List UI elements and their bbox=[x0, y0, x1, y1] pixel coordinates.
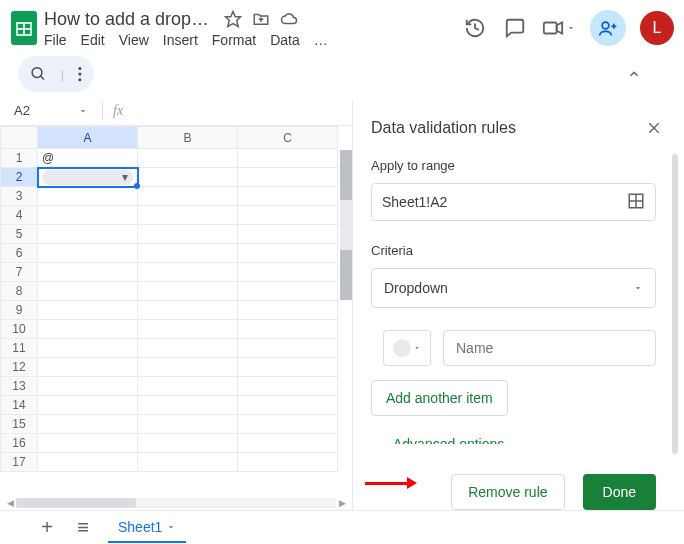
row-header[interactable]: 6 bbox=[1, 244, 38, 263]
row-header[interactable]: 1 bbox=[1, 149, 38, 168]
doc-title[interactable]: How to add a dropdow... bbox=[44, 9, 214, 30]
dropdown-chip[interactable]: ▾ bbox=[42, 170, 133, 185]
option-name-input[interactable] bbox=[443, 330, 656, 366]
row-header[interactable]: 7 bbox=[1, 263, 38, 282]
cell[interactable] bbox=[138, 263, 238, 282]
remove-rule-button[interactable]: Remove rule bbox=[451, 474, 564, 510]
menu-more[interactable]: … bbox=[314, 32, 328, 48]
comments-icon[interactable] bbox=[502, 15, 528, 41]
cell[interactable] bbox=[238, 339, 338, 358]
criteria-select[interactable]: Dropdown bbox=[371, 268, 656, 308]
cloud-icon[interactable] bbox=[280, 10, 298, 28]
menu-edit[interactable]: Edit bbox=[81, 32, 105, 48]
col-header-b[interactable]: B bbox=[138, 127, 238, 149]
cell[interactable] bbox=[38, 320, 138, 339]
cell[interactable] bbox=[238, 434, 338, 453]
row-header[interactable]: 5 bbox=[1, 225, 38, 244]
cell[interactable] bbox=[238, 377, 338, 396]
cell[interactable] bbox=[38, 358, 138, 377]
cell[interactable] bbox=[138, 225, 238, 244]
col-header-a[interactable]: A bbox=[38, 127, 138, 149]
cell[interactable] bbox=[138, 434, 238, 453]
menu-format[interactable]: Format bbox=[212, 32, 256, 48]
cell[interactable] bbox=[38, 187, 138, 206]
cell[interactable] bbox=[138, 339, 238, 358]
cell[interactable] bbox=[138, 206, 238, 225]
share-button[interactable] bbox=[590, 10, 626, 46]
history-icon[interactable] bbox=[462, 15, 488, 41]
cell[interactable] bbox=[238, 168, 338, 187]
cell[interactable] bbox=[238, 301, 338, 320]
row-header[interactable]: 16 bbox=[1, 434, 38, 453]
row-header[interactable]: 15 bbox=[1, 415, 38, 434]
col-header-c[interactable]: C bbox=[238, 127, 338, 149]
menu-file[interactable]: File bbox=[44, 32, 67, 48]
move-icon[interactable] bbox=[252, 10, 270, 28]
grid-select-icon[interactable] bbox=[627, 192, 645, 213]
cell-a2-selected[interactable]: ▾ bbox=[38, 168, 138, 187]
cell[interactable] bbox=[238, 225, 338, 244]
cell[interactable] bbox=[138, 453, 238, 472]
cell[interactable] bbox=[238, 320, 338, 339]
add-sheet-button[interactable]: + bbox=[36, 516, 58, 539]
cell[interactable] bbox=[138, 320, 238, 339]
cell[interactable] bbox=[38, 377, 138, 396]
cell[interactable] bbox=[238, 263, 338, 282]
cell[interactable] bbox=[138, 377, 238, 396]
row-header[interactable]: 2 bbox=[1, 168, 38, 187]
sheet-tab-1[interactable]: Sheet1 bbox=[108, 513, 186, 543]
cell[interactable] bbox=[238, 206, 338, 225]
cell[interactable] bbox=[138, 168, 238, 187]
row-header[interactable]: 13 bbox=[1, 377, 38, 396]
cell[interactable] bbox=[38, 301, 138, 320]
sheets-logo[interactable] bbox=[10, 10, 38, 46]
menu-view[interactable]: View bbox=[119, 32, 149, 48]
cell[interactable] bbox=[38, 206, 138, 225]
menu-data[interactable]: Data bbox=[270, 32, 300, 48]
cell[interactable] bbox=[38, 453, 138, 472]
row-header[interactable]: 9 bbox=[1, 301, 38, 320]
cell[interactable] bbox=[38, 282, 138, 301]
scroll-right-icon[interactable]: ▶ bbox=[336, 498, 348, 508]
row-header[interactable]: 17 bbox=[1, 453, 38, 472]
option-color-chip[interactable] bbox=[383, 330, 431, 366]
scroll-left-icon[interactable]: ◀ bbox=[4, 498, 16, 508]
add-another-item-button[interactable]: Add another item bbox=[371, 380, 508, 416]
cell-a1[interactable]: @ bbox=[38, 149, 138, 168]
cell[interactable] bbox=[138, 396, 238, 415]
cell[interactable] bbox=[238, 149, 338, 168]
row-header[interactable]: 8 bbox=[1, 282, 38, 301]
cell[interactable] bbox=[38, 244, 138, 263]
row-header[interactable]: 3 bbox=[1, 187, 38, 206]
cell[interactable] bbox=[138, 149, 238, 168]
cell[interactable] bbox=[138, 282, 238, 301]
done-button[interactable]: Done bbox=[583, 474, 656, 510]
cell[interactable] bbox=[38, 396, 138, 415]
account-avatar[interactable]: L bbox=[640, 11, 674, 45]
horizontal-scrollbar[interactable]: ◀ ▶ bbox=[0, 496, 352, 510]
cell[interactable] bbox=[38, 415, 138, 434]
cell[interactable] bbox=[138, 244, 238, 263]
cell[interactable] bbox=[38, 263, 138, 282]
collapse-toolbar-icon[interactable] bbox=[620, 60, 648, 88]
close-icon[interactable] bbox=[642, 116, 666, 140]
row-header[interactable]: 10 bbox=[1, 320, 38, 339]
cell[interactable] bbox=[238, 187, 338, 206]
cell[interactable] bbox=[238, 244, 338, 263]
advanced-options-link[interactable]: Advanced options bbox=[393, 436, 656, 444]
cell[interactable] bbox=[38, 434, 138, 453]
select-all-corner[interactable] bbox=[1, 127, 38, 149]
menu-insert[interactable]: Insert bbox=[163, 32, 198, 48]
cell[interactable] bbox=[238, 396, 338, 415]
panel-scrollbar[interactable] bbox=[672, 154, 678, 454]
apply-range-input[interactable]: Sheet1!A2 bbox=[371, 183, 656, 221]
row-header[interactable]: 12 bbox=[1, 358, 38, 377]
cell[interactable] bbox=[238, 358, 338, 377]
cell[interactable] bbox=[138, 301, 238, 320]
cell[interactable] bbox=[238, 282, 338, 301]
cell[interactable] bbox=[238, 453, 338, 472]
meet-button[interactable] bbox=[542, 17, 576, 39]
cell[interactable] bbox=[38, 225, 138, 244]
cell[interactable] bbox=[138, 187, 238, 206]
toolbar-pill[interactable]: | bbox=[18, 56, 94, 92]
